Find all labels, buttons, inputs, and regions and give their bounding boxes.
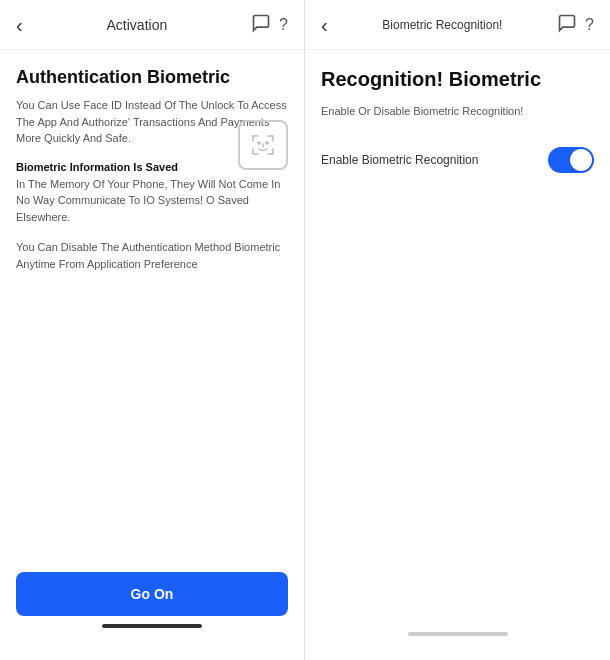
home-indicator-right [408, 632, 508, 636]
auth-section-2: You Can Disable The Authentication Metho… [16, 239, 288, 272]
right-panel: ‹ Biometric Recognition! ? Recognition! … [305, 0, 610, 660]
face-id-icon [238, 120, 288, 170]
left-header-icons: ? [251, 13, 288, 37]
auth-title: Authentication Biometric [16, 66, 288, 89]
biometric-toggle-label: Enable Biometric Recognition [321, 153, 478, 167]
left-footer: Go On [0, 560, 304, 660]
home-indicator-left [102, 624, 202, 628]
go-on-button[interactable]: Go On [16, 572, 288, 616]
auth-section-1-body: In The Memory Of Your Phone, They Will N… [16, 176, 288, 226]
left-help-icon[interactable]: ? [279, 16, 288, 34]
biometric-toggle-row: Enable Biometric Recognition [321, 139, 594, 181]
left-header: ‹ Activation ? [0, 0, 304, 50]
right-chat-icon[interactable] [557, 13, 577, 37]
right-content: Recognition! Biometric Enable Or Disable… [305, 50, 610, 612]
auth-section-2-body: You Can Disable The Authentication Metho… [16, 239, 288, 272]
left-content: Authentication Biometric You Can Use Fac… [0, 50, 304, 560]
right-back-button[interactable]: ‹ [321, 15, 328, 35]
svg-point-1 [266, 142, 268, 144]
left-chat-icon[interactable] [251, 13, 271, 37]
right-header-icons: ? [557, 13, 594, 37]
left-panel: ‹ Activation ? Authentication Biometric [0, 0, 305, 660]
right-help-icon[interactable]: ? [585, 16, 594, 34]
left-header-title: Activation [107, 17, 168, 33]
right-header-title: Biometric Recognition! [382, 18, 502, 32]
biometric-toggle-switch[interactable] [548, 147, 594, 173]
left-back-button[interactable]: ‹ [16, 15, 23, 35]
auth-section-1: Biometric Information Is Saved In The Me… [16, 161, 288, 226]
right-footer [305, 612, 610, 660]
recognition-title: Recognition! Biometric [321, 66, 594, 92]
recognition-subtitle: Enable Or Disable Biometric Recognition! [321, 104, 594, 119]
right-header: ‹ Biometric Recognition! ? [305, 0, 610, 50]
svg-point-0 [258, 142, 260, 144]
